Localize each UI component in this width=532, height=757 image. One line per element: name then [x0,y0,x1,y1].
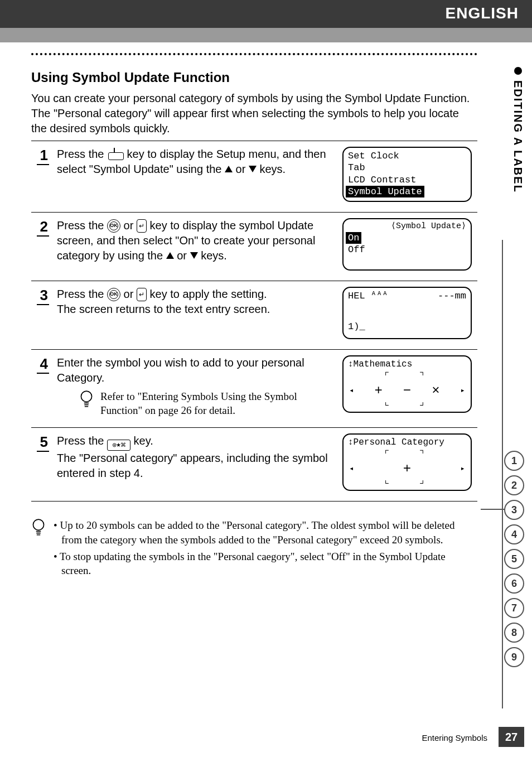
step-row: 1 Press the key to display the Setup men… [31,141,477,213]
lcd-selection-corners: ⌜ ⌝ [348,370,466,383]
text: The "Personal category" appears, includi… [57,452,328,479]
tip-note: Refer to "Entering Symbols Using the Sym… [57,390,338,417]
lcd-line: Tab [348,162,466,173]
text: or [236,163,249,175]
lcd-selection-corners: ⌜ ⌝ [348,448,466,461]
header-bar: ENGLISH [0,0,532,40]
language-label: ENGLISH [446,4,519,22]
ok-key-icon [107,288,120,301]
svg-point-0 [81,391,91,402]
text: Press the [57,219,107,232]
footnote-item: • Up to 20 symbols can be added to the "… [54,518,477,547]
chapter-nav-item[interactable]: 8 [504,623,524,643]
symbol-key-icon: ⊛★⌘ [107,440,130,451]
step-number: 2 [37,218,49,237]
lcd-status-right: ---mm [438,290,466,302]
dotted-rule [31,53,477,55]
page-number: 27 [499,727,524,747]
side-tab: EDITING A LABEL [511,67,524,193]
text: keys. [260,163,286,175]
chapter-nav: 1 2 3 4 5 6 7 8 9 [504,451,524,667]
text: key. [134,435,153,447]
up-arrow-icon [225,166,233,172]
text: Up to 20 symbols can be added to the "Pe… [60,519,454,546]
lightbulb-icon [79,390,94,417]
page: ENGLISH EDITING A LABEL Using Symbol Upd… [0,0,532,757]
lcd-selection-corners: ⌞ ⌟ [348,474,466,487]
text: Press the [57,148,107,160]
footnotes: • Up to 20 symbols can be added to the "… [31,518,477,580]
step-row: 4 Enter the symbol you wish to add to yo… [31,350,477,428]
chapter-nav-item[interactable]: 5 [504,549,524,569]
setup-key-icon [107,148,124,160]
chapter-nav-item[interactable]: 6 [504,573,524,594]
chapter-nav-item[interactable]: 1 [504,451,524,471]
lightbulb-icon [31,518,46,580]
text: Press the [57,435,107,447]
lcd-title: ⟨Symbol Update⟩ [348,221,466,232]
up-arrow-icon [166,252,174,259]
enter-key-icon [137,219,147,233]
enter-key-icon [137,288,147,301]
section-title: Using Symbol Update Function [31,70,477,85]
lcd-status-left: HEL ᴬᴬᴬ [348,290,388,302]
text: or [124,219,137,232]
lcd-category: Mathematics [354,359,413,369]
lcd-screen: HEL ᴬᴬᴬ ---mm 1)_ [342,287,472,339]
lcd-line-selected: On [346,232,361,244]
step-number: 5 [37,433,49,452]
text: or [177,249,190,262]
lcd-line: Set Clock [348,150,466,162]
chapter-nav-item[interactable]: 7 [504,598,524,618]
step-number: 3 [37,287,49,305]
text: Press the [57,288,107,300]
bullet-icon [514,67,522,75]
footer-section-label: Entering Symbols [422,733,487,742]
lcd-line-selected: Symbol Update [346,186,424,197]
section-intro: You can create your personal category of… [31,91,477,136]
main-content: Using Symbol Update Function You can cre… [31,53,477,580]
text: The screen returns to the text entry scr… [57,303,270,315]
text: Enter the symbol you wish to add to your… [57,356,304,384]
step-text: Press the ⊛★⌘ key. The "Personal categor… [55,428,340,502]
text: or [124,288,137,300]
right-arrow-icon: ▸ [461,464,465,474]
step-row: 3 Press the or key to apply the setting.… [31,281,477,350]
lcd-symbol: + [374,383,382,399]
lcd-line: Off [348,244,466,255]
lcd-screen: ⟨Symbol Update⟩ On Off [342,218,472,271]
lcd-line: LCD Contrast [348,174,466,186]
text: keys. [201,249,227,262]
side-divider [502,240,503,708]
svg-point-1 [33,520,43,531]
lcd-category: Personal Category [354,437,444,447]
lcd-caret: 1)_ [348,321,466,332]
header-bar-light [0,28,532,42]
step-text: Press the or key to display the symbol U… [55,213,340,281]
chapter-nav-item[interactable]: 9 [504,647,524,667]
lcd-screen: Set Clock Tab LCD Contrast Symbol Update [342,147,472,202]
lcd-selection-corners: ⌞ ⌟ [348,396,466,409]
lcd-screen: ↕Mathematics ⌜ ⌝ ◂ + − × ▸ ⌞ ⌟ [342,355,472,413]
side-tab-label: EDITING A LABEL [511,80,524,193]
step-text: Enter the symbol you wish to add to your… [55,350,340,428]
steps-table: 1 Press the key to display the Setup men… [31,141,477,502]
lcd-screen: ↕Personal Category ⌜ ⌝ ◂ + ▸ ⌞ ⌟ [342,433,472,491]
ok-key-icon [107,219,120,233]
text: key to apply the setting. [150,288,267,300]
chapter-nav-item[interactable]: 4 [504,524,524,544]
step-row: 2 Press the or key to display the symbol… [31,213,477,281]
footnote-item: • To stop updating the symbols in the "P… [54,549,477,578]
step-text: Press the or key to apply the setting. T… [55,281,340,350]
text: To stop updating the symbols in the "Per… [60,551,446,577]
lcd-symbol: × [432,383,439,399]
step-text: Press the key to display the Setup menu,… [55,141,340,213]
step-row: 5 Press the ⊛★⌘ key. The "Personal categ… [31,428,477,502]
chapter-nav-item-active[interactable]: 3 [504,500,524,520]
tip-text: Refer to "Entering Symbols Using the Sym… [100,390,338,417]
left-arrow-icon: ◂ [349,464,354,474]
step-number: 1 [37,147,49,165]
down-arrow-icon [190,252,198,259]
chapter-nav-item[interactable]: 2 [504,475,524,495]
step-number: 4 [37,355,49,374]
